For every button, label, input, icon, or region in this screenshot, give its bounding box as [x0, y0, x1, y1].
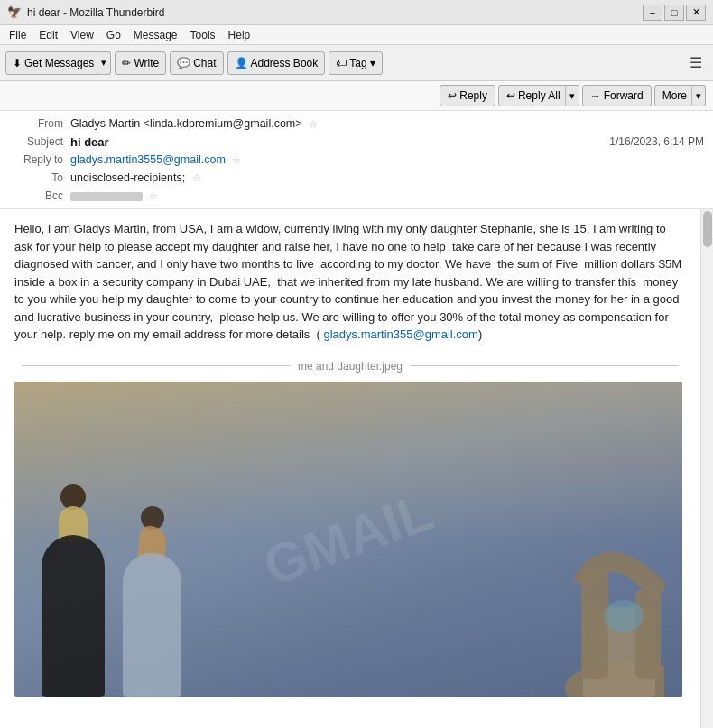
scrollbar-track[interactable] [700, 209, 713, 728]
to-value: undisclosed-recipients; ☆ [70, 171, 704, 184]
menu-edit[interactable]: Edit [33, 27, 63, 43]
scrollbar-thumb[interactable] [703, 211, 712, 247]
get-messages-arrow[interactable]: ▾ [97, 51, 111, 75]
more-arrow[interactable]: ▾ [691, 85, 706, 106]
from-star-icon[interactable]: ☆ [309, 118, 318, 129]
toolbar: ⬇ Get Messages ▾ ✏ Write 💬 Chat 👤 Addres… [0, 45, 713, 81]
reply-all-group: ↩ Reply All ▾ [498, 85, 579, 106]
email-body-text: Hello, I am Gladys Martin, from USA, I a… [14, 220, 686, 344]
get-messages-icon: ⬇ [13, 57, 22, 69]
attachment-separator: me and daughter.jpeg [14, 358, 686, 374]
action-bar: ↩ Reply ↩ Reply All ▾ → Forward More ▾ [0, 81, 713, 111]
more-label: More [662, 89, 687, 102]
email-content-area: Hello, I am Gladys Martin, from USA, I a… [0, 209, 713, 728]
email-header: From Gladys Martin <linda.kdpremium@gmai… [0, 111, 713, 209]
email-body: Hello, I am Gladys Martin, from USA, I a… [0, 209, 700, 708]
figure-right [123, 506, 181, 697]
reply-all-button[interactable]: ↩ Reply All [498, 85, 569, 106]
write-label: Write [134, 57, 159, 69]
from-email: <linda.kdpremium@gmail.com> [144, 117, 302, 130]
figure-left [42, 484, 105, 697]
tag-icon: 🏷 [336, 57, 347, 69]
more-group: More ▾ [654, 85, 706, 106]
bcc-value: ☆ [70, 189, 704, 202]
reply-icon: ↩ [448, 89, 457, 102]
email-image: GMAIL [14, 382, 682, 697]
to-row: To undisclosed-recipients; ☆ [9, 169, 704, 187]
forward-button[interactable]: → Forward [582, 85, 652, 106]
menubar: File Edit View Go Message Tools Help [0, 25, 713, 45]
get-messages-label: Get Messages [24, 57, 94, 69]
maximize-button[interactable]: □ [664, 5, 684, 21]
tag-label: Tag [349, 57, 366, 69]
svg-rect-2 [581, 571, 608, 679]
write-button[interactable]: ✏ Write [115, 51, 166, 75]
email-link[interactable]: gladys.martin355@gmail.com [323, 327, 477, 341]
close-button[interactable]: ✕ [686, 5, 706, 21]
reply-all-icon: ↩ [506, 89, 515, 102]
subject-label: Subject [9, 135, 63, 148]
email-body-wrapper[interactable]: Hello, I am Gladys Martin, from USA, I a… [0, 209, 713, 728]
get-messages-group: ⬇ Get Messages ▾ [5, 51, 111, 75]
to-star-icon[interactable]: ☆ [192, 172, 201, 183]
reply-to-value: gladys.martin3555@gmail.com ☆ [70, 153, 704, 166]
bcc-row: Bcc ☆ [9, 187, 704, 205]
menu-tools[interactable]: Tools [185, 27, 221, 43]
chat-button[interactable]: 💬 Chat [170, 51, 223, 75]
menu-view[interactable]: View [65, 27, 99, 43]
from-value: Gladys Martin <linda.kdpremium@gmail.com… [70, 117, 704, 130]
more-button[interactable]: More [654, 85, 695, 106]
from-row: From Gladys Martin <linda.kdpremium@gmai… [9, 115, 704, 133]
reply-to-label: Reply to [9, 153, 63, 166]
subject-value: hi dear [70, 135, 109, 149]
subject-row: Subject hi dear 1/16/2023, 6:14 PM [9, 133, 704, 151]
email-date: 1/16/2023, 6:14 PM [609, 135, 704, 148]
figures-group [42, 484, 181, 697]
tag-button[interactable]: 🏷 Tag ▾ [329, 51, 382, 75]
reply-all-label: Reply All [518, 89, 560, 102]
forward-label: Forward [604, 89, 644, 102]
address-book-label: Address Book [251, 57, 319, 69]
reply-label: Reply [459, 89, 487, 102]
window-title: hi dear - Mozilla Thunderbird [27, 6, 643, 19]
menu-help[interactable]: Help [223, 27, 256, 43]
address-book-button[interactable]: 👤 Address Book [227, 51, 326, 75]
toolbar-menu-icon[interactable]: ☰ [684, 51, 708, 74]
app-icon: 🦅 [7, 5, 22, 20]
menu-go[interactable]: Go [101, 27, 126, 43]
menu-file[interactable]: File [4, 27, 32, 43]
reply-to-row: Reply to gladys.martin3555@gmail.com ☆ [9, 151, 704, 169]
address-book-icon: 👤 [235, 57, 248, 69]
write-icon: ✏ [122, 57, 131, 69]
menu-message[interactable]: Message [128, 27, 183, 43]
from-label: From [9, 117, 63, 130]
forward-icon: → [590, 89, 601, 102]
get-messages-button[interactable]: ⬇ Get Messages [5, 51, 101, 75]
minimize-button[interactable]: − [643, 5, 662, 21]
to-label: To [9, 171, 63, 184]
bcc-blurred [70, 192, 143, 201]
svg-rect-3 [635, 589, 661, 679]
reply-all-arrow[interactable]: ▾ [565, 85, 579, 106]
chat-icon: 💬 [177, 57, 190, 69]
bcc-star-icon[interactable]: ☆ [149, 190, 158, 201]
attachment-filename: me and daughter.jpeg [298, 358, 403, 374]
reply-button[interactable]: ↩ Reply [440, 85, 495, 106]
svg-point-4 [604, 600, 644, 632]
bcc-label: Bcc [9, 189, 63, 202]
titlebar: 🦅 hi dear - Mozilla Thunderbird − □ ✕ [0, 0, 713, 25]
reply-to-email[interactable]: gladys.martin3555@gmail.com [70, 153, 226, 166]
window-controls[interactable]: − □ ✕ [643, 5, 706, 21]
to-recipients: undisclosed-recipients; [70, 171, 185, 184]
rock-arch-svg [502, 499, 664, 697]
tag-arrow-icon: ▾ [370, 57, 375, 69]
reply-to-star-icon[interactable]: ☆ [232, 154, 241, 165]
from-name: Gladys Martin [70, 117, 140, 130]
chat-label: Chat [193, 57, 216, 69]
